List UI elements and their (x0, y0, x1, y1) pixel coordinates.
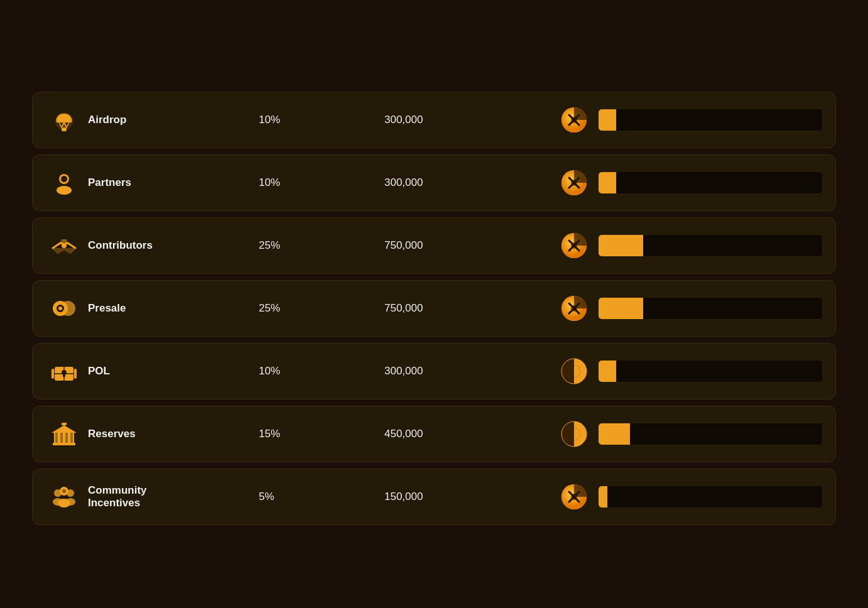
airdrop-percent: 10% (259, 114, 384, 126)
svg-point-52 (62, 489, 66, 493)
partners-percent: 10% (259, 176, 384, 189)
partners-progress-bar (599, 172, 616, 193)
contributors-icon (45, 231, 83, 261)
presale-progress-bar (599, 298, 643, 319)
presale-percent: 25% (259, 302, 384, 315)
table-row-contributors: Contributors 25% 750,000 (32, 217, 836, 274)
pol-icon (45, 356, 83, 386)
contributors-progress-bar (599, 235, 643, 256)
community-progress-bar (599, 486, 607, 508)
pol-name: POL (83, 365, 259, 377)
community-shadow: 150,000 (384, 491, 560, 503)
svg-marker-41 (52, 425, 77, 433)
pol-xshadow (560, 357, 823, 385)
svg-rect-29 (74, 369, 77, 379)
airdrop-progress-bar-container (598, 109, 823, 131)
svg-point-15 (62, 243, 67, 248)
svg-rect-28 (52, 369, 54, 379)
contributors-progress-bar-container (598, 234, 823, 257)
reserves-xshadow (560, 420, 823, 448)
partners-icon (45, 168, 83, 198)
contributors-xshadow (560, 232, 823, 259)
presale-shadow: 750,000 (384, 302, 560, 315)
reserves-progress-bar-container (598, 423, 823, 445)
partners-xshadow (560, 169, 823, 197)
reserves-name: Reserves (83, 428, 259, 440)
airdrop-name: Airdrop (83, 114, 259, 126)
svg-point-10 (57, 186, 72, 195)
pol-shadow: 300,000 (384, 365, 560, 377)
table-row-pol: POL 10% 300,000 (32, 343, 836, 399)
allocation-table: Airdrop 10% 300,000 (32, 77, 836, 531)
reserves-percent: 15% (259, 428, 384, 440)
pol-percent: 10% (259, 365, 384, 377)
table-row-reserves: Reserves 15% 450,000 (32, 406, 836, 462)
table-row-airdrop: Airdrop 10% 300,000 (32, 92, 836, 148)
community-percent: 5% (259, 491, 384, 503)
svg-point-51 (58, 499, 70, 508)
svg-rect-38 (60, 433, 63, 444)
table-header (32, 77, 836, 89)
airdrop-xshadow (560, 106, 823, 134)
table-row-community: CommunityIncentives 5% 150,000 (32, 469, 836, 525)
reserves-progress-bar (599, 423, 630, 445)
airdrop-icon (45, 105, 83, 135)
partners-name: Partners (83, 176, 259, 189)
presale-name: Presale (83, 302, 259, 315)
pol-progress-bar (599, 361, 616, 382)
community-name: CommunityIncentives (83, 484, 259, 509)
pol-progress-bar-container (598, 360, 823, 383)
presale-progress-bar-container (598, 297, 823, 320)
table-row-presale: Presale 25% 750,000 (32, 280, 836, 337)
airdrop-progress-bar (599, 109, 616, 131)
svg-rect-42 (53, 443, 75, 445)
svg-point-11 (61, 176, 67, 182)
contributors-shadow: 750,000 (384, 239, 560, 252)
svg-point-22 (58, 307, 62, 310)
partners-progress-bar-container (598, 171, 823, 194)
reserves-icon (45, 419, 83, 449)
table-row-partners: Partners 10% 300,000 (32, 155, 836, 211)
contributors-name: Contributors (83, 239, 259, 252)
community-progress-bar-container (598, 486, 823, 508)
svg-rect-3 (62, 128, 67, 131)
partners-shadow: 300,000 (384, 176, 560, 189)
svg-rect-43 (62, 423, 67, 425)
reserves-shadow: 450,000 (384, 428, 560, 440)
svg-rect-39 (65, 433, 68, 444)
presale-icon (45, 293, 83, 323)
airdrop-shadow: 300,000 (384, 114, 560, 126)
presale-xshadow (560, 295, 823, 322)
community-xshadow (560, 483, 823, 511)
svg-rect-37 (55, 433, 58, 444)
svg-rect-40 (70, 433, 73, 444)
contributors-percent: 25% (259, 239, 384, 252)
community-icon (45, 482, 83, 512)
